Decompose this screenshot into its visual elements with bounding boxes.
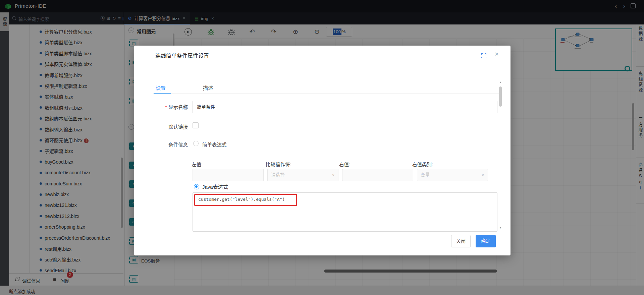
scroll-up-icon[interactable]: ▲ xyxy=(499,81,502,84)
dialog-tab-description[interactable]: 描述 xyxy=(203,84,213,93)
dialog-scrollbar-thumb[interactable] xyxy=(499,86,502,107)
maximize-icon[interactable] xyxy=(481,53,486,58)
condition-info-label: 条件信息 xyxy=(148,141,188,148)
left-value-input[interactable] xyxy=(193,169,264,181)
operator-select[interactable]: 请选择∨ xyxy=(267,169,338,181)
left-value-label: 左值: xyxy=(192,161,203,168)
right-value-label: 右值: xyxy=(339,161,350,168)
display-name-input[interactable]: 简单条件 xyxy=(193,101,497,113)
close-icon[interactable]: × xyxy=(492,50,501,58)
chevron-down-icon: ∨ xyxy=(481,169,484,181)
scroll-down-icon[interactable]: ▼ xyxy=(499,227,502,229)
connection-condition-dialog: 连线简单条件属性设置 × 设置 描述 *显示名称 简单条件 默认链接 条件信息 … xyxy=(134,46,511,255)
dialog-title: 连线简单条件属性设置 xyxy=(155,51,209,59)
java-expression-textarea[interactable]: customer.get("level").equals("A") xyxy=(193,192,497,232)
dialog-tab-settings[interactable]: 设置 xyxy=(156,84,166,93)
right-value-input[interactable] xyxy=(342,169,413,181)
ok-button[interactable]: 确定 xyxy=(476,235,496,247)
display-name-label: *显示名称 xyxy=(148,103,188,110)
required-asterisk: * xyxy=(165,105,167,110)
java-expression-code: customer.get("level").equals("A") xyxy=(198,197,285,202)
chevron-down-icon: ∨ xyxy=(332,169,335,181)
close-button[interactable]: 关闭 xyxy=(451,235,471,247)
right-type-label: 右值类别: xyxy=(412,161,433,168)
simple-expression-radio[interactable] xyxy=(193,141,199,146)
java-expression-label: Java表达式 xyxy=(202,183,228,190)
tab-separator xyxy=(153,94,500,94)
java-expression-radio[interactable] xyxy=(194,184,199,189)
right-type-select[interactable]: 变量∨ xyxy=(417,169,488,181)
default-link-label: 默认链接 xyxy=(148,123,188,130)
default-link-checkbox[interactable] xyxy=(193,122,199,128)
simple-expression-label: 简单表达式 xyxy=(202,141,227,148)
operator-label: 比较操作符: xyxy=(266,161,291,168)
